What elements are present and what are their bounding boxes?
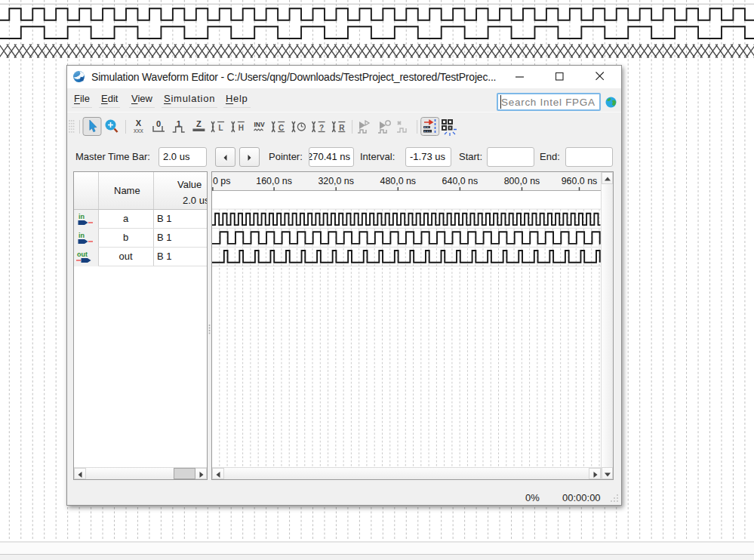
svg-text:L: L bbox=[219, 124, 223, 132]
svg-text:in: in bbox=[78, 232, 85, 239]
svg-text:H: H bbox=[239, 124, 244, 132]
svg-text:?: ? bbox=[319, 124, 324, 132]
svg-text:Z: Z bbox=[196, 119, 202, 128]
svg-text:in: in bbox=[78, 213, 85, 220]
svg-text:xxx: xxx bbox=[134, 127, 144, 134]
svg-text:R: R bbox=[339, 124, 345, 132]
svg-text:0: 0 bbox=[156, 119, 161, 128]
svg-text:INV: INV bbox=[254, 121, 265, 128]
svg-text:out: out bbox=[77, 251, 88, 258]
svg-text:C: C bbox=[279, 124, 284, 132]
